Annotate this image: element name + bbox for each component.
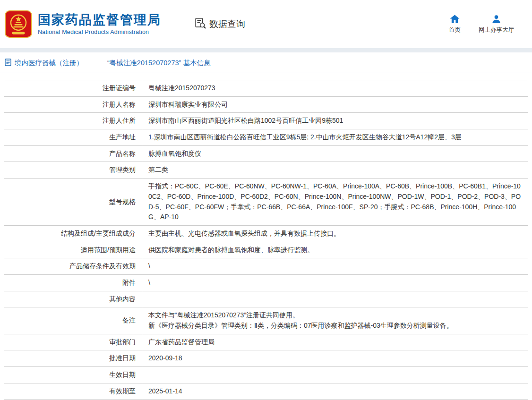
breadcrumb-separator: —— xyxy=(88,60,102,67)
row-value: 1.深圳市南山区西丽街道松白公路百旺信工业区9栋5层; 2.中山市火炬开发区生物… xyxy=(142,129,528,146)
row-label: 产品储存条件及有效期 xyxy=(4,258,142,275)
row-label: 生产地址 xyxy=(4,129,142,146)
row-label: 附件 xyxy=(4,274,142,291)
table-row: 备注本文件与“粤械注准20152070273”注册证共同使用。 新《医疗器械分类… xyxy=(4,307,528,334)
table-row: 产品储存条件及有效期\ xyxy=(4,258,528,275)
nav-online-hall[interactable]: 网上办事大厅 xyxy=(479,14,514,34)
row-value: 2020-09-18 xyxy=(142,350,528,367)
row-value: 第二类 xyxy=(142,162,528,179)
row-value: \ xyxy=(142,258,528,275)
header-divider-band xyxy=(0,48,532,52)
logo-area: 国家药品监督管理局 National Medical Products Admi… xyxy=(5,10,161,38)
table-row: 注册人住所深圳市南山区西丽街道阳光社区松白路1002号百旺信工业园9栋501 xyxy=(4,113,528,129)
home-icon xyxy=(450,14,460,24)
nmpa-emblem-logo xyxy=(5,10,32,38)
row-label: 注册人住所 xyxy=(4,113,142,129)
info-table-body: 注册证编号粤械注准20152070273注册人名称深圳市科瑞康实业有限公司注册人… xyxy=(4,80,528,400)
table-row: 适用范围/预期用途供医院和家庭对患者的脉搏血氧饱和度、脉率进行监测。 xyxy=(4,242,528,258)
table-row: 注册证编号粤械注准20152070273 xyxy=(4,80,528,97)
table-row: 附件\ xyxy=(4,274,528,291)
org-name-zh: 国家药品监督管理局 xyxy=(38,13,161,27)
site-header: 国家药品监督管理局 National Medical Products Admi… xyxy=(0,0,532,48)
org-names: 国家药品监督管理局 National Medical Products Admi… xyxy=(38,13,161,35)
data-query-heading: 数据查询 xyxy=(194,17,245,32)
row-label: 管理类别 xyxy=(4,162,142,179)
table-row: 型号规格手指式：PC-60C、PC-60E、PC-60NW、PC-60NW-1、… xyxy=(4,179,528,226)
table-row: 批准日期2020-09-18 xyxy=(4,350,528,367)
page-title: “粤械注准20152070273” 基本信息 xyxy=(107,59,210,68)
row-label: 注册人名称 xyxy=(4,96,142,113)
row-label: 备注 xyxy=(4,307,142,334)
row-value: 主要由主机、光电传感器或血氧探头组成，并具有数据上传接口。 xyxy=(142,225,528,242)
row-label: 生效日期 xyxy=(4,367,142,383)
row-value xyxy=(142,291,528,307)
data-query-label: 数据查询 xyxy=(209,18,245,30)
breadcrumb: 境内医疗器械（注册） —— “粤械注准20152070273” 基本信息 xyxy=(0,52,532,73)
row-value: 脉搏血氧饱和度仪 xyxy=(142,145,528,162)
row-label: 审批部门 xyxy=(4,334,142,350)
row-label: 有效期至 xyxy=(4,383,142,400)
row-value: \ xyxy=(142,274,528,291)
row-value: 本文件与“粤械注准20152070273”注册证共同使用。 新《医疗器械分类目录… xyxy=(142,307,528,334)
table-row: 审批部门广东省药品监督管理局 xyxy=(4,334,528,350)
table-row: 其他内容 xyxy=(4,291,528,307)
row-value: 深圳市科瑞康实业有限公司 xyxy=(142,96,528,113)
row-label: 产品名称 xyxy=(4,145,142,162)
table-wrap: 注册证编号粤械注准20152070273注册人名称深圳市科瑞康实业有限公司注册人… xyxy=(0,73,532,400)
emblem-icon xyxy=(5,10,32,38)
row-value: 深圳市南山区西丽街道阳光社区松白路1002号百旺信工业园9栋501 xyxy=(142,113,528,129)
table-row: 生产地址1.深圳市南山区西丽街道松白公路百旺信工业区9栋5层; 2.中山市火炬开… xyxy=(4,129,528,146)
row-label: 注册证编号 xyxy=(4,80,142,97)
row-value: 广东省药品监督管理局 xyxy=(142,334,528,350)
row-label: 其他内容 xyxy=(4,291,142,307)
row-value: 手指式：PC-60C、PC-60E、PC-60NW、PC-60NW-1、PC-6… xyxy=(142,179,528,226)
person-icon xyxy=(492,14,501,24)
row-value: 2025-01-14 xyxy=(142,383,528,400)
table-row: 注册人名称深圳市科瑞康实业有限公司 xyxy=(4,96,528,113)
row-label: 适用范围/预期用途 xyxy=(4,242,142,258)
top-nav: 首页 网上办事大厅 xyxy=(449,14,523,34)
data-query-icon xyxy=(194,17,206,32)
row-label: 型号规格 xyxy=(4,179,142,226)
nav-home[interactable]: 首页 xyxy=(449,14,461,34)
registration-info-table: 注册证编号粤械注准20152070273注册人名称深圳市科瑞康实业有限公司注册人… xyxy=(4,80,528,400)
nav-home-label: 首页 xyxy=(449,26,461,34)
org-name-en: National Medical Products Administration xyxy=(38,29,161,35)
row-value xyxy=(142,367,528,383)
row-value: 供医院和家庭对患者的脉搏血氧饱和度、脉率进行监测。 xyxy=(142,242,528,258)
row-value: 粤械注准20152070273 xyxy=(142,80,528,97)
table-row: 有效期至2025-01-14 xyxy=(4,383,528,400)
table-row: 结构及组成/主要组成成分主要由主机、光电传感器或血氧探头组成，并具有数据上传接口… xyxy=(4,225,528,242)
table-row: 生效日期 xyxy=(4,367,528,383)
page: 国家药品监督管理局 National Medical Products Admi… xyxy=(0,0,532,400)
row-label: 结构及组成/主要组成成分 xyxy=(4,225,142,242)
breadcrumb-category: 境内医疗器械（注册） xyxy=(15,59,83,68)
row-label: 批准日期 xyxy=(4,350,142,367)
table-row: 管理类别第二类 xyxy=(4,162,528,179)
nav-online-hall-label: 网上办事大厅 xyxy=(479,26,514,34)
document-icon xyxy=(5,59,11,68)
table-row: 产品名称脉搏血氧饱和度仪 xyxy=(4,145,528,162)
